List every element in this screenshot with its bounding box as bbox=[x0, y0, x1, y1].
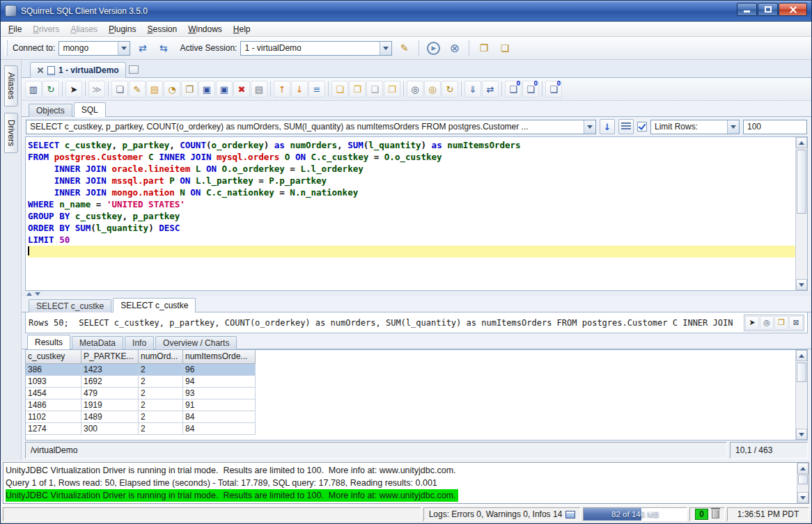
sql-line[interactable]: ORDER BY SUM(l_quantity) DESC bbox=[28, 222, 795, 234]
sql-line[interactable]: INNER JOIN mongo.nation N ON C.c_nationk… bbox=[28, 186, 795, 198]
tab-sql[interactable]: SQL bbox=[74, 102, 106, 117]
sql-history-combo[interactable]: SELECT c_custkey, p_partkey, COUNT(o_ord… bbox=[26, 120, 596, 134]
sql-line[interactable]: WHERE n_name = 'UNITED STATES' bbox=[28, 198, 795, 210]
sql-line[interactable]: FROM postgres.Customer C INNER JOIN mysq… bbox=[28, 151, 795, 163]
paste-from-history-icon[interactable]: ❐ bbox=[181, 81, 198, 97]
limit-rows-input[interactable]: 100 bbox=[743, 120, 807, 134]
table-cell[interactable]: 84 bbox=[183, 423, 256, 435]
menu-item-help[interactable]: Help bbox=[228, 22, 256, 36]
table-cell[interactable]: 1423 bbox=[81, 364, 139, 376]
memory-bar[interactable]: 82 of 146 MB bbox=[583, 507, 687, 521]
result-tab-1[interactable]: SELECT c_custke bbox=[29, 299, 111, 312]
tab-info[interactable]: Info bbox=[125, 336, 154, 349]
commit-icon[interactable]: ⇓ bbox=[464, 81, 481, 97]
session-properties-icon[interactable]: ▥ bbox=[25, 81, 42, 97]
rollback-icon[interactable]: ⇄ bbox=[482, 81, 499, 97]
run-session-button[interactable]: ▶ bbox=[425, 40, 442, 57]
close-all-result-tabs-icon[interactable]: ❏0 bbox=[505, 81, 522, 97]
table-cell[interactable]: 94 bbox=[183, 376, 256, 388]
table-cell[interactable]: 1274 bbox=[26, 423, 81, 435]
copy-sql-icon[interactable]: ❐ bbox=[774, 316, 788, 330]
table-cell[interactable]: 93 bbox=[183, 388, 256, 399]
column-header[interactable]: numOrd... bbox=[139, 350, 183, 364]
chevron-down-icon[interactable] bbox=[584, 120, 595, 134]
side-tab-aliases[interactable]: Aliases bbox=[4, 65, 18, 106]
table-row[interactable]: 3861423296 bbox=[26, 364, 795, 376]
column-header[interactable]: P_PARTKE... bbox=[81, 350, 139, 364]
scroll-down-icon[interactable] bbox=[796, 279, 807, 290]
table-cell[interactable]: 1454 bbox=[26, 388, 81, 399]
title-bar[interactable]: SQuirreL SQL Client Version 3.5.0 bbox=[1, 1, 811, 22]
close-result-icon[interactable]: ⊠ bbox=[789, 316, 803, 330]
table-scrollbar-track[interactable] bbox=[796, 361, 807, 429]
editor-scrollbar-thumb[interactable] bbox=[797, 150, 806, 214]
previous-sql-icon[interactable]: ↑ bbox=[274, 81, 290, 97]
tab-metadata[interactable]: MetaData bbox=[72, 336, 123, 349]
table-row[interactable]: 1454479293 bbox=[26, 388, 795, 399]
message-scrollbar-thumb[interactable] bbox=[798, 475, 808, 484]
chevron-down-icon[interactable] bbox=[380, 42, 391, 55]
new-sql-worksheet-button[interactable]: ✎ bbox=[396, 40, 413, 57]
column-header[interactable]: numItemsOrde... bbox=[183, 350, 256, 364]
table-scrollbar[interactable] bbox=[795, 350, 807, 440]
editor-scrollbar-track[interactable] bbox=[796, 148, 807, 279]
scroll-up-icon[interactable] bbox=[796, 350, 807, 361]
menu-item-file[interactable]: File bbox=[3, 22, 27, 36]
find-icon[interactable]: ◎ bbox=[407, 81, 423, 97]
table-scrollbar-thumb[interactable] bbox=[797, 363, 806, 382]
connect-to-combo[interactable]: mongo bbox=[58, 41, 130, 56]
new-sql-tab-icon[interactable]: ❏ bbox=[111, 81, 128, 97]
close-all-result-windows-icon[interactable]: ❏0 bbox=[545, 81, 562, 97]
print-sql-icon[interactable]: ▤ bbox=[251, 81, 267, 97]
maximize-button[interactable] bbox=[758, 3, 778, 16]
menu-item-session[interactable]: Session bbox=[141, 22, 182, 36]
run-all-sql-icon[interactable]: ≫ bbox=[88, 81, 105, 97]
reload-sql-icon[interactable]: ↻ bbox=[442, 81, 458, 97]
append-sql-button[interactable]: ↓ bbox=[600, 119, 615, 134]
sql-line[interactable] bbox=[28, 246, 795, 257]
table-cell[interactable]: 479 bbox=[81, 388, 139, 399]
message-scrollbar-track[interactable] bbox=[797, 474, 809, 492]
table-cell[interactable]: 386 bbox=[26, 364, 81, 376]
result-tab-2[interactable]: SELECT c_custke bbox=[113, 298, 196, 312]
sql-code[interactable]: SELECT c_custkey, p_partkey, COUNT(o_ord… bbox=[26, 137, 795, 290]
close-sql-file-icon[interactable]: ✖ bbox=[233, 81, 250, 97]
select-sql-icon[interactable]: ≡ bbox=[309, 81, 325, 97]
limit-rows-checkbox[interactable] bbox=[637, 122, 647, 132]
refresh-schema-icon[interactable]: ↻ bbox=[42, 81, 59, 97]
table-cell[interactable]: 2 bbox=[139, 423, 183, 435]
close-button[interactable] bbox=[779, 3, 807, 16]
table-cell[interactable]: 91 bbox=[183, 399, 256, 411]
table-cell[interactable]: 2 bbox=[139, 388, 183, 399]
limit-rows-combo[interactable]: Limit Rows: bbox=[650, 120, 740, 134]
table-cell[interactable]: 1486 bbox=[26, 399, 81, 411]
minimize-button[interactable] bbox=[737, 3, 757, 16]
menu-item-windows[interactable]: Windows bbox=[182, 22, 228, 36]
sql-line[interactable]: SELECT c_custkey, p_partkey, COUNT(o_ord… bbox=[28, 139, 795, 151]
logs-cell[interactable]: Logs: Errors 0, Warnings 0, Infos 14 bbox=[423, 507, 581, 521]
connect-to-alias-button[interactable]: ⇄ bbox=[134, 40, 151, 57]
table-cell[interactable]: 2 bbox=[139, 411, 183, 423]
show-history-list-button[interactable] bbox=[618, 119, 634, 134]
create-alias-button[interactable]: ⇆ bbox=[155, 40, 172, 57]
table-row[interactable]: 11021489284 bbox=[26, 411, 795, 423]
edit-sql-icon[interactable]: ✎ bbox=[129, 81, 146, 97]
session-tab[interactable]: 1 - virtualDemo bbox=[30, 62, 126, 78]
table-row[interactable]: 10931692294 bbox=[26, 376, 795, 388]
show-results-in-tabs-icon[interactable]: ❏ bbox=[331, 81, 348, 97]
trash-icon[interactable] bbox=[712, 510, 719, 518]
table-row[interactable]: 14861919291 bbox=[26, 399, 795, 411]
collapse-up-icon[interactable] bbox=[26, 289, 32, 296]
side-tab-drivers[interactable]: Drivers bbox=[4, 113, 18, 153]
editor-scrollbar[interactable] bbox=[795, 137, 807, 290]
detach-tab-icon[interactable] bbox=[129, 65, 139, 74]
new-window-button[interactable]: ❐ bbox=[475, 40, 492, 57]
close-tab-icon[interactable] bbox=[37, 67, 44, 74]
scroll-up-icon[interactable] bbox=[797, 463, 809, 474]
table-cell[interactable]: 1489 bbox=[81, 411, 139, 423]
scroll-up-icon[interactable] bbox=[796, 137, 807, 148]
sql-line[interactable]: INNER JOIN oracle.lineitem L ON O.o_orde… bbox=[28, 163, 795, 175]
table-row[interactable]: 1274300284 bbox=[26, 423, 795, 435]
sql-editor[interactable]: SELECT c_custkey, p_partkey, COUNT(o_ord… bbox=[25, 136, 808, 291]
cancel-session-button[interactable]: ⊗ bbox=[446, 40, 463, 57]
